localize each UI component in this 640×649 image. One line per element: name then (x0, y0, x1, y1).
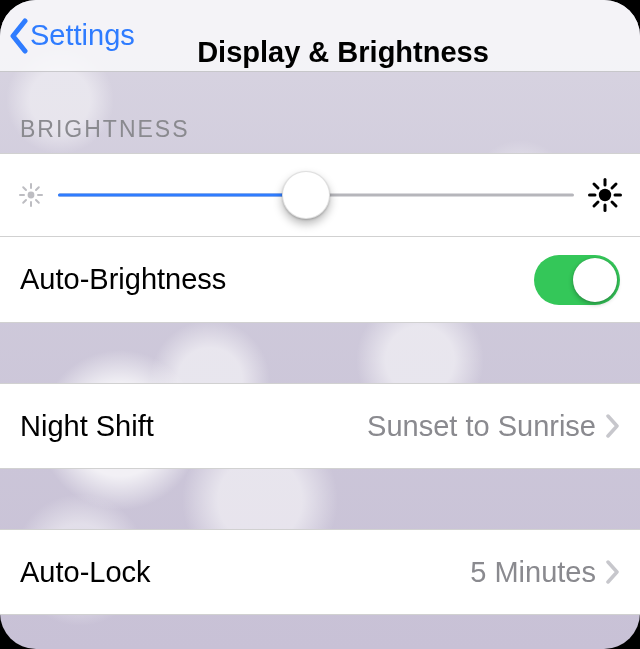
svg-line-6 (36, 200, 39, 203)
settings-screen: Settings Display & Brightness BRIGHTNESS (0, 0, 640, 649)
section-gap (0, 323, 640, 383)
back-button[interactable]: Settings (0, 18, 135, 54)
night-shift-row[interactable]: Night Shift Sunset to Sunrise (0, 383, 640, 469)
svg-line-15 (612, 202, 616, 206)
chevron-left-icon (8, 18, 30, 54)
brightness-low-icon (18, 182, 44, 208)
auto-lock-label: Auto-Lock (20, 556, 151, 589)
svg-line-17 (594, 202, 598, 206)
navbar: Settings Display & Brightness (0, 0, 640, 72)
svg-point-9 (599, 189, 611, 201)
auto-brightness-row: Auto-Brightness (0, 237, 640, 323)
section-header-brightness: BRIGHTNESS (0, 72, 640, 153)
auto-brightness-label: Auto-Brightness (20, 263, 226, 296)
svg-line-8 (23, 200, 26, 203)
chevron-right-icon (606, 414, 620, 438)
chevron-right-icon (606, 560, 620, 584)
svg-line-5 (23, 187, 26, 190)
slider-track-fill (58, 194, 306, 197)
toggle-knob (573, 258, 617, 302)
back-label: Settings (30, 19, 135, 52)
svg-point-0 (28, 192, 35, 199)
svg-line-14 (594, 184, 598, 188)
brightness-slider[interactable] (58, 171, 574, 219)
night-shift-value: Sunset to Sunrise (367, 410, 606, 443)
svg-line-7 (36, 187, 39, 190)
brightness-slider-row (0, 153, 640, 237)
auto-brightness-toggle[interactable] (534, 255, 620, 305)
auto-lock-value: 5 Minutes (470, 556, 606, 589)
auto-lock-row[interactable]: Auto-Lock 5 Minutes (0, 529, 640, 615)
svg-line-16 (612, 184, 616, 188)
night-shift-label: Night Shift (20, 410, 154, 443)
slider-thumb[interactable] (282, 171, 330, 219)
section-gap (0, 469, 640, 529)
brightness-high-icon (588, 178, 622, 212)
